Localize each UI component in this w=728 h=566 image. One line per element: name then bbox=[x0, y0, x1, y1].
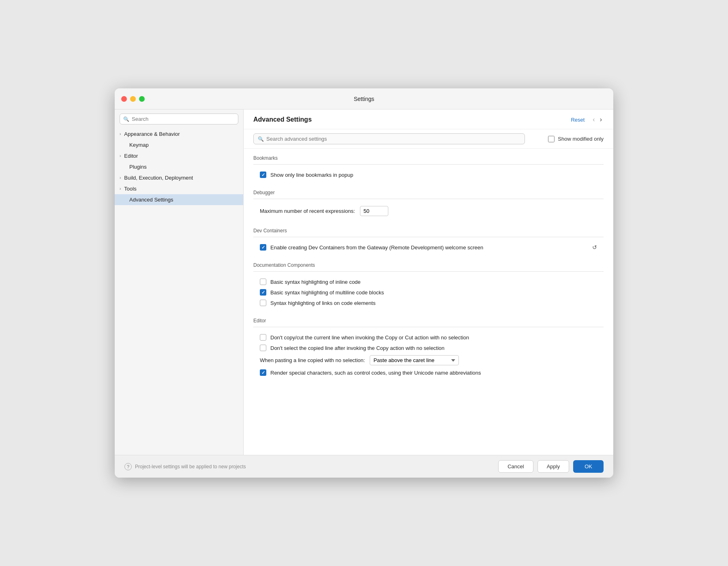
basic-syntax-inline-checkbox[interactable] bbox=[260, 279, 266, 285]
basic-syntax-multiline-row: Basic syntax highlighting of multiline c… bbox=[253, 287, 604, 298]
sidebar-item-label: Plugins bbox=[129, 164, 147, 170]
max-recent-expressions-label: Maximum number of recent expressions: bbox=[260, 208, 355, 214]
documentation-components-header: Documentation Components bbox=[253, 256, 604, 272]
chevron-icon: › bbox=[120, 154, 121, 158]
dont-copy-cut-row: Don't copy/cut the current line when inv… bbox=[253, 332, 604, 343]
show-bookmarks-row: Show only line bookmarks in popup bbox=[253, 169, 604, 180]
dont-select-copied-checkbox[interactable] bbox=[260, 345, 266, 351]
show-bookmarks-checkbox[interactable] bbox=[260, 172, 266, 178]
when-pasting-select[interactable]: Paste above the caret line Paste below t… bbox=[370, 355, 459, 365]
basic-syntax-inline-row: Basic syntax highlighting of inline code bbox=[253, 277, 604, 287]
dont-copy-cut-checkbox[interactable] bbox=[260, 334, 266, 341]
chevron-icon: › bbox=[120, 176, 121, 180]
search-filter-bar: 🔍 Show modified only bbox=[244, 129, 613, 149]
show-modified-checkbox[interactable] bbox=[548, 136, 555, 142]
titlebar: Settings bbox=[115, 88, 613, 109]
render-special-label: Render special characters, such as contr… bbox=[270, 370, 597, 376]
sidebar-item-advanced-settings[interactable]: Advanced Settings bbox=[115, 194, 243, 205]
bookmarks-header: Bookmarks bbox=[253, 149, 604, 165]
sidebar-item-label: Build, Execution, Deployment bbox=[124, 175, 193, 181]
enable-dev-containers-checkbox[interactable] bbox=[260, 244, 266, 251]
main-content: 🔍 › Appearance & Behavior Keymap › Edito… bbox=[115, 109, 613, 455]
page-title: Advanced Settings bbox=[253, 116, 312, 123]
basic-syntax-multiline-label: Basic syntax highlighting of multiline c… bbox=[270, 289, 597, 296]
editor-section-header: Editor bbox=[253, 311, 604, 327]
apply-button[interactable]: Apply bbox=[537, 460, 570, 473]
sidebar-item-plugins[interactable]: Plugins bbox=[115, 161, 243, 172]
sidebar-item-editor[interactable]: › Editor bbox=[115, 150, 243, 161]
render-special-row: Render special characters, such as contr… bbox=[253, 367, 604, 378]
sidebar-item-label: Keymap bbox=[129, 142, 149, 148]
sidebar-item-label: Tools bbox=[124, 186, 136, 192]
header-right: Reset ‹ › bbox=[571, 115, 604, 124]
maximize-button[interactable] bbox=[139, 96, 145, 102]
sidebar-item-keymap[interactable]: Keymap bbox=[115, 139, 243, 150]
content-area: Advanced Settings Reset ‹ › 🔍 Show bbox=[244, 109, 613, 455]
sidebar-search-icon: 🔍 bbox=[123, 116, 129, 122]
debugger-header: Debugger bbox=[253, 183, 604, 199]
chevron-icon: › bbox=[120, 132, 121, 136]
sidebar-item-label: Appearance & Behavior bbox=[124, 131, 180, 137]
dont-copy-cut-label: Don't copy/cut the current line when inv… bbox=[270, 334, 597, 341]
sidebar-search-wrapper[interactable]: 🔍 bbox=[120, 114, 238, 124]
reset-button[interactable]: Reset bbox=[571, 117, 585, 123]
back-arrow-button[interactable]: ‹ bbox=[591, 115, 596, 124]
sidebar-item-tools[interactable]: › Tools bbox=[115, 183, 243, 194]
show-modified-label[interactable]: Show modified only bbox=[548, 136, 604, 142]
settings-content: Bookmarks Show only line bookmarks in po… bbox=[244, 149, 613, 455]
footer-buttons: Cancel Apply OK bbox=[498, 460, 604, 473]
cancel-button[interactable]: Cancel bbox=[498, 460, 533, 473]
dev-containers-header: Dev Containers bbox=[253, 221, 604, 237]
basic-syntax-multiline-checkbox[interactable] bbox=[260, 289, 266, 296]
when-pasting-row: When pasting a line copied with no selec… bbox=[253, 353, 604, 367]
content-header: Advanced Settings Reset ‹ › bbox=[244, 109, 613, 129]
footer-hint-text: Project-level settings will be applied t… bbox=[135, 464, 246, 470]
sidebar: 🔍 › Appearance & Behavior Keymap › Edito… bbox=[115, 109, 244, 455]
max-recent-expressions-row: Maximum number of recent expressions: bbox=[253, 204, 604, 218]
advanced-search-wrapper[interactable]: 🔍 bbox=[253, 133, 525, 144]
dont-select-copied-row: Don't select the copied line after invok… bbox=[253, 343, 604, 353]
when-pasting-label: When pasting a line copied with no selec… bbox=[260, 357, 365, 363]
ok-button[interactable]: OK bbox=[573, 460, 604, 473]
footer: ? Project-level settings will be applied… bbox=[115, 455, 613, 478]
help-icon[interactable]: ? bbox=[124, 463, 132, 470]
documentation-components-section: Documentation Components Basic syntax hi… bbox=[253, 256, 604, 308]
chevron-icon: › bbox=[120, 187, 121, 191]
footer-hint: ? Project-level settings will be applied… bbox=[124, 463, 498, 470]
close-button[interactable] bbox=[121, 96, 127, 102]
basic-syntax-inline-label: Basic syntax highlighting of inline code bbox=[270, 279, 597, 285]
dev-containers-section: Dev Containers Enable creating Dev Conta… bbox=[253, 221, 604, 253]
minimize-button[interactable] bbox=[130, 96, 136, 102]
enable-dev-containers-label: Enable creating Dev Containers from the … bbox=[270, 244, 585, 251]
sidebar-item-appearance[interactable]: › Appearance & Behavior bbox=[115, 129, 243, 139]
forward-arrow-button[interactable]: › bbox=[598, 115, 604, 124]
syntax-links-row: Syntax highlighting of links on code ele… bbox=[253, 298, 604, 308]
render-special-checkbox[interactable] bbox=[260, 369, 266, 376]
editor-section: Editor Don't copy/cut the current line w… bbox=[253, 311, 604, 378]
show-bookmarks-label: Show only line bookmarks in popup bbox=[270, 172, 597, 178]
bookmarks-section: Bookmarks Show only line bookmarks in po… bbox=[253, 149, 604, 180]
traffic-lights bbox=[121, 96, 145, 102]
advanced-search-input[interactable] bbox=[266, 136, 520, 142]
sidebar-search-container: 🔍 bbox=[115, 114, 243, 129]
sidebar-item-label: Advanced Settings bbox=[129, 197, 173, 203]
revert-icon[interactable]: ↺ bbox=[592, 244, 597, 251]
settings-window: Settings 🔍 › Appearance & Behavior Keyma… bbox=[115, 88, 613, 478]
max-recent-expressions-input[interactable] bbox=[360, 206, 388, 216]
enable-dev-containers-row: Enable creating Dev Containers from the … bbox=[253, 242, 604, 253]
dont-select-copied-label: Don't select the copied line after invok… bbox=[270, 345, 597, 351]
sidebar-item-label: Editor bbox=[124, 153, 138, 159]
advanced-search-icon: 🔍 bbox=[258, 136, 264, 142]
syntax-links-checkbox[interactable] bbox=[260, 300, 266, 306]
show-modified-text: Show modified only bbox=[558, 136, 604, 142]
sidebar-search-input[interactable] bbox=[132, 116, 235, 122]
debugger-section: Debugger Maximum number of recent expres… bbox=[253, 183, 604, 218]
sidebar-item-build[interactable]: › Build, Execution, Deployment bbox=[115, 172, 243, 183]
window-title: Settings bbox=[354, 96, 375, 102]
syntax-links-label: Syntax highlighting of links on code ele… bbox=[270, 300, 597, 306]
nav-arrows: ‹ › bbox=[591, 115, 604, 124]
